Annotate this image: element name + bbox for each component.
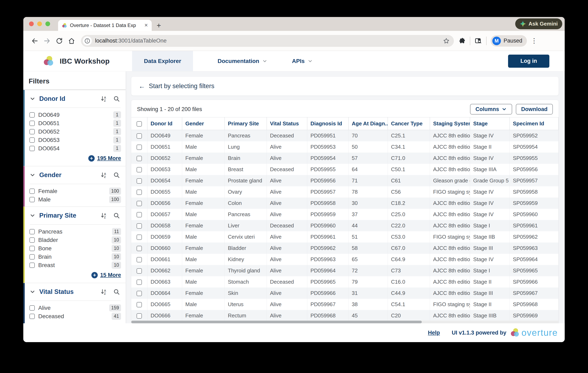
sort-az-icon[interactable]: AZ [99, 95, 108, 103]
chevron-down-icon[interactable] [30, 213, 36, 219]
chevron-down-icon[interactable] [30, 289, 36, 295]
refresh-icon[interactable] [53, 35, 65, 47]
col-header-staging-system[interactable]: Staging System [430, 117, 470, 130]
tab-search-icon[interactable] [474, 37, 482, 45]
row-checkbox[interactable] [136, 313, 142, 319]
overture-brand[interactable]: overture [510, 328, 558, 338]
checkbox[interactable] [30, 146, 35, 151]
filter-option[interactable]: Bladder10 [30, 236, 121, 244]
row-checkbox[interactable] [136, 223, 142, 229]
filter-option[interactable]: DO06491 [30, 111, 121, 119]
search-icon[interactable] [112, 212, 121, 220]
horizontal-scrollbar[interactable] [131, 321, 558, 323]
col-header-gender[interactable]: Gender [182, 117, 224, 130]
checkbox[interactable] [30, 263, 35, 268]
login-button[interactable]: Log in [508, 55, 549, 68]
browser-menu-icon[interactable]: ⋮ [531, 39, 537, 43]
col-header-donor-id[interactable]: Donor Id [147, 117, 182, 130]
filter-option[interactable]: Female100 [30, 187, 121, 195]
help-link[interactable]: Help [428, 330, 440, 336]
row-checkbox[interactable] [136, 167, 142, 172]
row-checkbox[interactable] [136, 302, 142, 307]
filter-option[interactable]: Pancreas11 [30, 227, 121, 236]
minimize-window-button[interactable] [37, 21, 42, 26]
row-checkbox[interactable] [136, 145, 142, 150]
tab-data-explorer[interactable]: Data Explorer [132, 51, 193, 71]
search-icon[interactable] [112, 171, 121, 179]
col-header-stage[interactable]: Stage [470, 117, 509, 130]
new-tab-button[interactable]: + [157, 22, 161, 29]
checkbox[interactable] [30, 121, 35, 126]
sort-az-icon[interactable]: AZ [99, 288, 108, 296]
row-checkbox[interactable] [136, 234, 142, 240]
site-info-icon[interactable] [83, 36, 92, 45]
sort-az-icon[interactable]: AZ [99, 171, 108, 179]
filter-option[interactable]: Brain10 [30, 253, 121, 261]
filter-option[interactable]: DO06521 [30, 128, 121, 136]
col-header-specimen-id[interactable]: Specimen Id [509, 117, 558, 130]
checkbox[interactable] [30, 197, 35, 202]
row-checkbox[interactable] [136, 268, 142, 274]
nav-apis[interactable]: APIs [292, 58, 313, 64]
forward-icon[interactable] [41, 35, 53, 47]
url-bar[interactable]: localhost:3001/dataTableOne [81, 35, 454, 47]
scrollbar-thumb[interactable] [131, 321, 422, 323]
extensions-icon[interactable] [458, 37, 466, 45]
checkbox[interactable] [30, 305, 35, 311]
filter-option[interactable]: DO06511 [30, 119, 121, 128]
row-checkbox[interactable] [136, 279, 142, 285]
chevron-down-icon[interactable] [30, 96, 36, 102]
show-more-link[interactable]: 195 More [97, 155, 121, 161]
checkbox[interactable] [30, 129, 35, 134]
checkbox[interactable] [30, 138, 35, 143]
row-checkbox[interactable] [136, 190, 142, 195]
checkbox[interactable] [30, 229, 35, 234]
filter-option[interactable]: DO06531 [30, 136, 121, 144]
checkbox[interactable] [30, 112, 35, 117]
filter-option[interactable]: DO06541 [30, 144, 121, 153]
checkbox[interactable] [30, 237, 35, 243]
filter-option[interactable]: Bone10 [30, 244, 121, 253]
filter-option[interactable]: Deceased41 [30, 312, 121, 320]
col-header-age-at-diagn[interactable]: Age At Diagn... [348, 117, 388, 130]
cell-staging-system: AJCC 8th editior [430, 209, 470, 220]
filter-option[interactable]: Male100 [30, 195, 121, 204]
checkbox[interactable] [30, 189, 35, 194]
close-window-button[interactable] [29, 21, 34, 26]
checkbox[interactable] [30, 254, 35, 259]
show-more-link[interactable]: 15 More [100, 272, 121, 278]
col-header-primary-site[interactable]: Primary Site [224, 117, 267, 130]
search-icon[interactable] [112, 95, 121, 103]
sort-az-icon[interactable]: AZ [99, 212, 108, 220]
row-checkbox[interactable] [136, 133, 142, 139]
filter-option[interactable]: Alive159 [30, 304, 121, 312]
chevron-down-icon[interactable] [30, 172, 36, 178]
back-icon[interactable] [29, 35, 41, 47]
profile-button[interactable]: M Paused [491, 35, 527, 47]
row-checkbox[interactable] [136, 156, 142, 161]
bookmark-star-icon[interactable] [443, 37, 450, 44]
row-checkbox[interactable] [136, 246, 142, 251]
col-header-cancer-type[interactable]: Cancer Type [388, 117, 430, 130]
filter-option[interactable]: Breast10 [30, 261, 121, 269]
tab-close-icon[interactable]: ✕ [144, 23, 148, 28]
row-checkbox[interactable] [136, 201, 142, 206]
ask-gemini-button[interactable]: Ask Gemini [515, 18, 562, 29]
row-checkbox[interactable] [136, 212, 142, 217]
row-checkbox[interactable] [136, 178, 142, 184]
row-checkbox[interactable] [136, 257, 142, 262]
row-checkbox[interactable] [136, 291, 142, 296]
download-button[interactable]: Download [516, 104, 553, 115]
checkbox[interactable] [30, 314, 35, 319]
nav-documentation[interactable]: Documentation [218, 58, 267, 64]
checkbox[interactable] [30, 246, 35, 251]
zoom-window-button[interactable] [45, 21, 50, 26]
search-icon[interactable] [112, 288, 121, 296]
select-all-checkbox[interactable] [136, 121, 142, 127]
columns-button[interactable]: Columns [470, 104, 512, 115]
col-header-diagnosis-id[interactable]: Diagnosis Id [307, 117, 348, 130]
col-header-vital-status[interactable]: Vital Status [267, 117, 307, 130]
home-icon[interactable] [65, 35, 78, 47]
cell-diagnosis-id: PD059958 [307, 198, 348, 209]
browser-tab[interactable]: Overture - Dataset 1 Data Exp ✕ [58, 20, 152, 31]
